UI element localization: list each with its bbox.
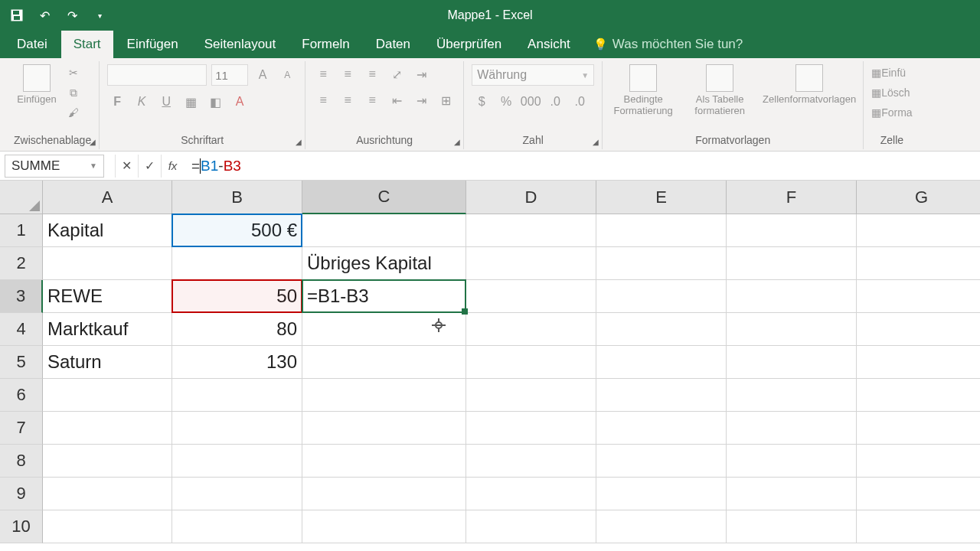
save-button[interactable] [6, 5, 28, 26]
cell-c5[interactable] [302, 346, 466, 379]
decrease-font-button[interactable]: A [277, 65, 297, 85]
row-header-5[interactable]: 5 [0, 346, 43, 379]
font-color-button[interactable]: A [230, 92, 250, 112]
cell-e7[interactable] [596, 412, 727, 445]
cell-styles-button[interactable]: Zellenformatvorlagen [763, 64, 855, 105]
cell-c1[interactable] [302, 214, 466, 247]
cell-a4[interactable]: Marktkauf [43, 313, 172, 346]
bold-button[interactable]: F [107, 92, 127, 112]
row-header-3[interactable]: 3 [0, 280, 43, 313]
cell-c4[interactable] [302, 313, 466, 346]
row-header-9[interactable]: 9 [0, 478, 43, 510]
cell-e4[interactable] [596, 313, 727, 346]
row-header-6[interactable]: 6 [0, 379, 43, 412]
format-painter-button[interactable]: 🖌 [64, 104, 83, 121]
column-header-c[interactable]: C [302, 181, 466, 214]
cell-a7[interactable] [43, 412, 172, 445]
tab-insert[interactable]: Einfügen [115, 31, 191, 58]
formula-input[interactable]: =B1-B3 [184, 158, 980, 174]
column-header-f[interactable]: F [727, 181, 857, 214]
row-header-10[interactable]: 10 [0, 510, 43, 543]
cell-c9[interactable] [302, 478, 466, 510]
decrease-indent-button[interactable]: ⇤ [387, 90, 407, 110]
orientation-button[interactable]: ⤢ [387, 64, 407, 84]
currency-button[interactable]: $ [472, 92, 492, 112]
cell-b3[interactable]: 50 [172, 280, 302, 313]
cell-e9[interactable] [596, 478, 727, 510]
alignment-dialog-launcher[interactable]: ◢ [454, 138, 460, 146]
increase-decimal-button[interactable]: .0 [545, 92, 565, 112]
percent-button[interactable]: % [496, 92, 516, 112]
insert-function-button[interactable]: fx [161, 155, 184, 178]
cell-f6[interactable] [727, 379, 857, 412]
cell-c2[interactable]: Übriges Kapital [302, 247, 466, 280]
cell-a6[interactable] [43, 379, 172, 412]
conditional-formatting-button[interactable]: Bedingte Formatierung [610, 64, 676, 116]
align-center-button[interactable]: ≡ [338, 90, 358, 110]
align-top-button[interactable]: ≡ [313, 64, 333, 84]
decrease-decimal-button[interactable]: .0 [570, 92, 590, 112]
cut-button[interactable]: ✂ [64, 64, 83, 81]
number-dialog-launcher[interactable]: ◢ [593, 138, 599, 146]
cell-a3[interactable]: REWE [43, 280, 172, 313]
cell-e8[interactable] [596, 445, 727, 478]
cell-b6[interactable] [172, 379, 302, 412]
align-middle-button[interactable]: ≡ [338, 64, 358, 84]
tab-home[interactable]: Start [61, 31, 113, 58]
cell-a1[interactable]: Kapital [43, 214, 172, 247]
cancel-formula-button[interactable]: ✕ [115, 155, 138, 178]
cell-d8[interactable] [466, 445, 596, 478]
cell-a5[interactable]: Saturn [43, 346, 172, 379]
cell-g10[interactable] [857, 510, 980, 543]
clipboard-dialog-launcher[interactable]: ◢ [90, 138, 96, 146]
cell-d2[interactable] [466, 247, 596, 280]
column-header-a[interactable]: A [43, 181, 172, 214]
cell-g3[interactable] [857, 280, 980, 313]
column-header-g[interactable]: G [857, 181, 980, 214]
name-box[interactable]: SUMME ▼ [5, 155, 104, 178]
font-name-select[interactable] [107, 64, 207, 86]
cell-e3[interactable] [596, 280, 727, 313]
tell-me-search[interactable]: 💡 Was möchten Sie tun? [584, 31, 752, 58]
column-header-e[interactable]: E [596, 181, 727, 214]
cell-e1[interactable] [596, 214, 727, 247]
cell-d10[interactable] [466, 510, 596, 543]
increase-font-button[interactable]: A [253, 65, 273, 85]
cell-g2[interactable] [857, 247, 980, 280]
cell-f2[interactable] [727, 247, 857, 280]
format-cells-button[interactable]: ▦ Forma [871, 104, 912, 121]
cell-f4[interactable] [727, 313, 857, 346]
undo-button[interactable]: ↶ [34, 5, 55, 26]
cell-d6[interactable] [466, 379, 596, 412]
cell-c8[interactable] [302, 445, 466, 478]
cell-c10[interactable] [302, 510, 466, 543]
font-size-select[interactable]: 11 [211, 64, 248, 86]
row-header-4[interactable]: 4 [0, 313, 43, 346]
cell-e10[interactable] [596, 510, 727, 543]
redo-button[interactable]: ↷ [61, 5, 83, 26]
merge-button[interactable]: ⊞ [436, 90, 456, 110]
cell-f9[interactable] [727, 478, 857, 510]
cell-b10[interactable] [172, 510, 302, 543]
qat-customize[interactable]: ▾ [89, 5, 110, 26]
cell-f10[interactable] [727, 510, 857, 543]
cell-d5[interactable] [466, 346, 596, 379]
tab-review[interactable]: Überprüfen [424, 31, 514, 58]
row-header-7[interactable]: 7 [0, 412, 43, 445]
cell-b9[interactable] [172, 478, 302, 510]
cell-f5[interactable] [727, 346, 857, 379]
paste-button[interactable]: Einfügen [14, 64, 60, 105]
row-header-8[interactable]: 8 [0, 445, 43, 478]
cell-b8[interactable] [172, 445, 302, 478]
cell-f7[interactable] [727, 412, 857, 445]
tab-data[interactable]: Daten [364, 31, 423, 58]
increase-indent-button[interactable]: ⇥ [411, 90, 431, 110]
cell-g9[interactable] [857, 478, 980, 510]
align-bottom-button[interactable]: ≡ [362, 64, 382, 84]
tab-file[interactable]: Datei [5, 31, 60, 58]
row-header-1[interactable]: 1 [0, 214, 43, 247]
underline-button[interactable]: U [156, 92, 176, 112]
italic-button[interactable]: K [132, 92, 152, 112]
tab-formulas[interactable]: Formeln [289, 31, 361, 58]
cell-a10[interactable] [43, 510, 172, 543]
